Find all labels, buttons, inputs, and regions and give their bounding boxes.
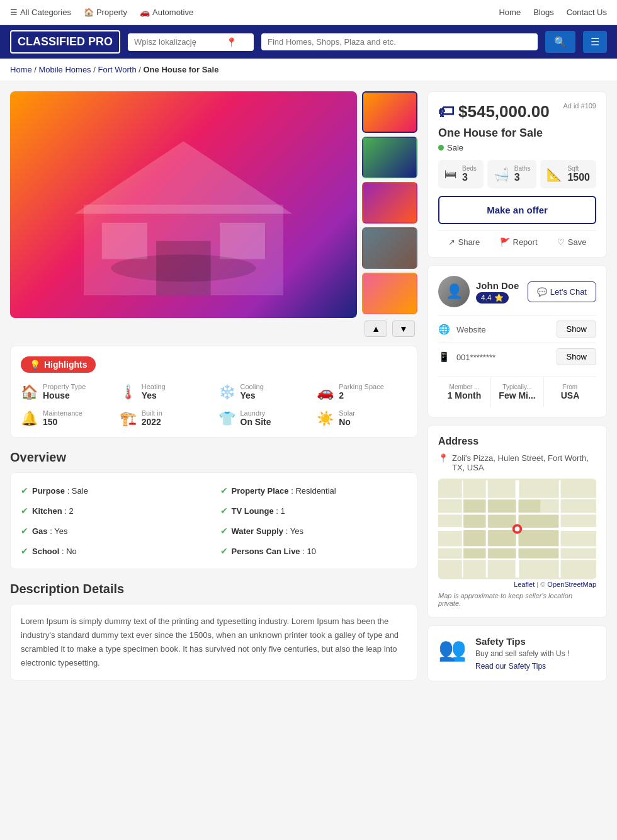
overview-purpose: ✔ Purpose : Sale [21,483,208,498]
beds-stat: 🛏 Beds 3 [438,160,484,188]
svg-rect-27 [518,548,558,558]
location-search-box[interactable]: 📍 [128,33,254,51]
bed-icon: 🛏 [444,167,457,181]
svg-rect-23 [488,530,516,546]
thumbnail-5[interactable] [362,273,417,314]
map-pin-icon: 📍 [438,453,448,463]
flag-icon: 🚩 [500,237,510,247]
phone-row: 📱 001******** Show [438,343,596,370]
website-row: 🌐 Website Show [438,315,596,343]
builtin-icon: 🏗️ [120,411,137,427]
share-button[interactable]: ↗ Share [448,237,480,247]
breadcrumb-fort-worth[interactable]: Fort Worth [98,65,136,74]
svg-rect-17 [488,500,516,513]
main-search-box[interactable] [261,33,538,50]
automotive-menu[interactable]: 🚗 Automotive [140,8,193,17]
cooling-icon: ❄️ [218,384,235,400]
thumb-next-button[interactable]: ▼ [392,321,415,337]
make-offer-button[interactable]: Make an offer [438,196,596,224]
thumb-prev-button[interactable]: ▲ [365,321,387,337]
svg-rect-25 [464,548,486,558]
svg-point-5 [111,254,256,281]
highlight-cooling: ❄️ Cooling Yes [218,383,308,400]
seller-card: 👤 John Doe 4.4 ⭐ 💬 Let's Chat 🌐 Website [427,265,607,417]
breadcrumb-mobile-homes[interactable]: Mobile Homes [39,65,91,74]
report-button[interactable]: 🚩 Report [500,237,538,247]
check-icon-4: ✔ [220,506,228,516]
seller-row: 👤 John Doe 4.4 ⭐ 💬 Let's Chat [438,276,596,307]
svg-marker-1 [75,141,293,213]
thumbnail-1[interactable] [362,91,417,133]
highlight-property-type: 🏠 Property Type House [21,383,111,400]
save-button[interactable]: ♡ Save [557,237,587,247]
parking-icon: 🚗 [317,384,334,400]
phone-show-button[interactable]: Show [557,348,596,365]
chat-icon: 💬 [537,287,547,297]
breadcrumb-current: One House for Sale [143,65,218,74]
thumbnail-2[interactable] [362,137,417,178]
website-show-button[interactable]: Show [557,321,596,338]
check-icon-5: ✔ [21,526,28,536]
seller-stat-member: Member ... 1 Month [438,377,491,407]
search-input[interactable] [268,37,531,47]
price-row: 🏷 $545,000.00 Ad id #109 [438,102,596,122]
description-heading: Description Details [10,582,417,596]
search-button[interactable]: 🔍 [545,31,575,53]
check-icon-6: ✔ [220,526,228,536]
highlights-box: 💡 Highlights 🏠 Property Type House 🌡️ He… [10,346,417,438]
safety-link[interactable]: Read our Safety Tips [475,662,546,671]
thumbnail-3[interactable] [362,182,417,224]
address-heading: Address [438,436,596,447]
check-icon-2: ✔ [220,485,228,496]
status-dot [438,145,444,150]
svg-rect-3 [102,223,147,259]
nav-left: ☰ All Categories 🏠 Property 🚗 Automotive [10,8,193,17]
gallery: ▲ ▼ [10,91,417,337]
svg-rect-16 [464,500,486,513]
overview-heading: Overview [10,450,417,465]
bulb-icon: 💡 [30,360,40,370]
location-input[interactable] [134,37,222,47]
globe-icon: 🌐 [438,324,450,334]
solar-icon: ☀️ [317,411,334,427]
address-line: 📍 Zoli's Pizza, Hulen Street, Fort Worth… [438,453,596,472]
thumbnail-4[interactable] [362,227,417,269]
thumbnail-column: ▲ ▼ [362,91,417,337]
header: CLASSIFIED PRO 📍 🔍 ☰ [0,25,617,59]
check-icon-8: ✔ [220,546,228,556]
osm-link[interactable]: OpenStreetMap [547,581,596,588]
leaflet-link[interactable]: Leaflet [514,581,535,588]
status-badge: Sale [438,143,463,152]
breadcrumb-home[interactable]: Home [10,65,32,74]
map-attribution: Leaflet | © OpenStreetMap [438,581,596,588]
listing-title: One House for Sale [438,127,596,140]
main-image [10,91,357,318]
seller-rating: 4.4 ⭐ [476,292,509,304]
chat-button[interactable]: 💬 Let's Chat [528,281,596,302]
all-categories-menu[interactable]: ☰ All Categories [10,8,71,17]
highlight-laundry: 👕 Laundry On Site [218,409,308,427]
svg-rect-19 [464,515,486,528]
overview-grid: ✔ Purpose : Sale ✔ Property Place : Resi… [10,472,417,569]
stats-row: 🛏 Beds 3 🛁 Baths 3 📐 Sqft [438,160,596,188]
main-image-placeholder [10,91,357,318]
contact-link[interactable]: Contact Us [567,8,607,17]
blogs-link[interactable]: Blogs [533,8,554,17]
ad-id: Ad id #109 [563,102,596,110]
star-icon: ⭐ [494,293,504,302]
highlights-title: 💡 Highlights [21,356,96,373]
baths-stat: 🛁 Baths 3 [487,160,537,188]
overview-tv-lounge: ✔ TV Lounge : 1 [220,503,407,518]
heart-icon: ♡ [557,237,565,247]
safety-content: Safety Tips Buy and sell safely with Us … [475,636,569,671]
seller-stat-from: From USA [544,377,596,407]
property-menu[interactable]: 🏠 Property [84,8,127,17]
thumbnail-nav: ▲ ▼ [362,321,417,337]
map-placeholder [438,479,596,579]
top-nav: ☰ All Categories 🏠 Property 🚗 Automotive… [0,0,617,25]
hamburger-menu-button[interactable]: ☰ [583,31,607,53]
svg-rect-26 [488,548,516,558]
svg-rect-4 [220,223,265,259]
share-icon: ↗ [448,237,455,247]
home-link[interactable]: Home [499,8,521,17]
